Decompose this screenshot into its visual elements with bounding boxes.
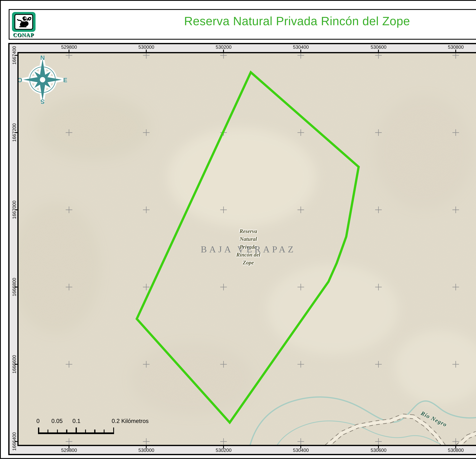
reserve-label-line: Reserva (228, 227, 269, 235)
compass-o-label: O (17, 77, 22, 83)
y-axis-label: 1667200 (12, 123, 17, 142)
reserve-label-line: Natural (228, 235, 269, 243)
axis-tick (300, 50, 301, 52)
axis-tick (378, 50, 379, 52)
x-axis-label: 530600 (371, 45, 387, 50)
page-title: Reserva Natural Privada Rincón del Zope (9, 15, 476, 28)
axis-tick (455, 50, 456, 52)
x-axis-label: 530800 (448, 448, 464, 453)
x-axis-label: 530000 (138, 448, 154, 453)
header: CONAP Reserva Natural Privada Rincón del… (8, 9, 476, 39)
x-axis-label: 529800 (61, 45, 77, 50)
x-axis-label: 530600 (371, 448, 387, 453)
location-callout-line (475, 124, 476, 169)
y-axis-label: 1667400 (12, 46, 17, 65)
reserve-label-line: Zope (228, 259, 269, 266)
x-axis-label: 530400 (293, 45, 309, 50)
compass-star (23, 59, 62, 100)
x-axis-label: 530000 (138, 45, 154, 50)
axis-tick (68, 50, 69, 52)
compass-rose: N E S O (17, 53, 69, 106)
axis-tick (146, 50, 146, 52)
map-document-page: CONAP Reserva Natural Privada Rincón del… (0, 0, 476, 459)
compass-e-label: E (63, 77, 67, 83)
y-axis-label: 1667000 (12, 200, 17, 219)
x-axis-label: 530400 (293, 448, 309, 453)
x-axis-label: 530800 (448, 45, 464, 50)
y-axis-label: 1666400 (12, 432, 17, 451)
conap-logo-text: CONAP (10, 32, 37, 38)
axis-tick (223, 50, 224, 52)
compass-s-label: S (41, 98, 44, 105)
x-axis-label: 529800 (61, 448, 77, 453)
y-axis-label: 1666600 (12, 355, 17, 374)
map-canvas: N E S O Reserva Natural Privada Rincón d… (17, 52, 476, 446)
department-name-label: BAJA VERAPAZ (124, 244, 372, 255)
compass-n-label: N (40, 54, 45, 61)
x-axis-label: 530200 (216, 448, 231, 453)
x-axis-label: 530200 (216, 45, 231, 50)
y-axis-label: 1666800 (12, 278, 17, 296)
